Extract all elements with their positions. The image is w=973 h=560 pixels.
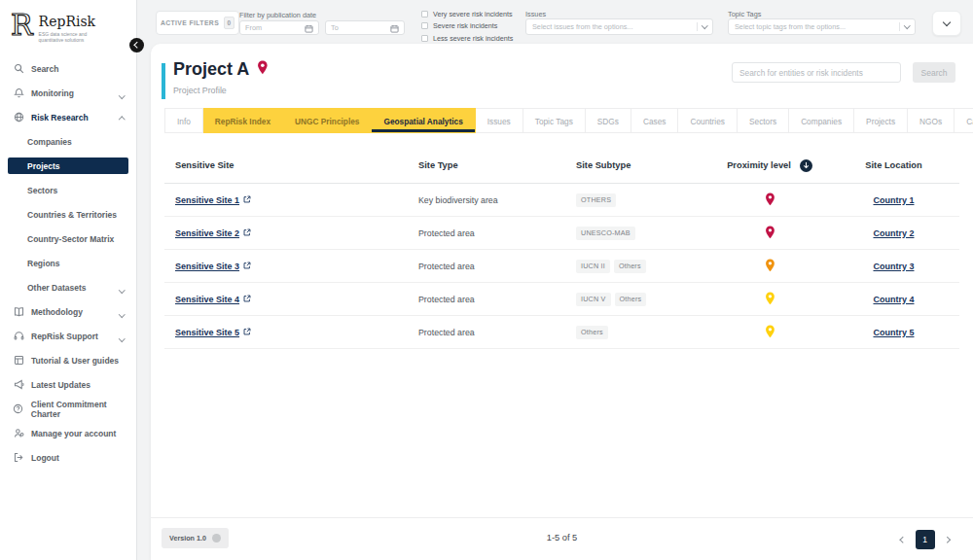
country-link[interactable]: Country 4 [873,295,914,304]
sidebar-collapse-button[interactable] [129,38,144,52]
sidebar-item-country-sector-matrix[interactable]: Country-Sector Matrix [0,227,136,251]
calendar-icon[interactable] [305,19,313,37]
pagination-range-text: 1-5 of 5 [151,533,973,542]
sidebar-item-label: RepRisk Support [31,332,98,341]
sidebar-item-label: Risk Research [31,113,89,122]
subtype-chips: UNESCO-MAB [576,227,635,240]
cell-sensitive-site: Sensitive Site 3 [164,262,408,271]
sidebar-item-label: Country-Sector Matrix [27,234,114,244]
sidebar-item-label: Sectors [27,186,57,195]
sidebar-item-logout[interactable]: Logout [0,445,136,470]
tab-ungc-principles[interactable]: UNGC Principles [283,108,372,133]
tab-countries[interactable]: Countries [678,108,738,133]
previous-page-button[interactable] [901,538,906,542]
sidebar-item-latest-updates[interactable]: Latest Updates [0,372,136,397]
tab-projects[interactable]: Projects [854,108,908,133]
sidebar-item-methodology[interactable]: Methodology [0,299,136,324]
sidebar-item-companies[interactable]: Companies [0,129,136,154]
sidebar-item-client-commitment-charter[interactable]: Client Commitment Charter [0,397,136,421]
chevron-left-icon [900,537,906,542]
filter-bar: ACTIVE FILTERS 0 Filter by publication d… [138,0,973,44]
entity-search-field[interactable] [732,62,901,83]
proximity-pin-icon [765,192,775,208]
column-header-label: Sensitive Site [175,160,234,170]
country-link[interactable]: Country 2 [873,228,914,238]
sidebar-item-sectors[interactable]: Sectors [0,178,136,202]
sidebar-item-projects[interactable]: Projects [8,158,128,174]
topic-tags-select[interactable]: Select topic tags from the options... [728,18,916,35]
tab-sectors[interactable]: Sectors [738,108,789,133]
sidebar-nav: SearchMonitoringRisk ResearchCompaniesPr… [0,56,136,470]
severity-checkbox-row: Very severe risk incidents [421,10,513,18]
chevron-down-icon [702,22,707,28]
site-type-text: Key biodiversity area [418,195,498,205]
sensitive-site-link[interactable]: Sensitive Site 2 [175,228,251,238]
sensitive-site-link[interactable]: Sensitive Site 3 [175,262,251,271]
date-to-input[interactable] [331,23,381,32]
cell-site-subtype: IUCN VOthers [565,293,711,306]
subtype-chips: IUCN IIOthers [576,260,646,273]
sidebar-item-monitoring[interactable]: Monitoring [0,81,136,105]
next-page-button[interactable] [945,538,950,542]
sidebar-item-other-datasets[interactable]: Other Datasets [0,275,136,299]
tab-issues[interactable]: Issues [476,108,523,133]
date-to-field[interactable] [325,20,405,35]
checkbox-very-severe-risk-incidents[interactable] [421,11,428,18]
cell-site-location: Country 4 [828,295,959,304]
tab-sdgs[interactable]: SDGs [586,108,631,133]
sidebar-item-label: Tutorial & User guides [31,356,119,366]
cell-proximity-level [711,325,828,340]
tab-topic-tags[interactable]: Topic Tags [523,108,586,133]
sort-descending-icon[interactable] [800,159,812,172]
checkbox-label: Very severe risk incidents [433,10,513,18]
sidebar-item-manage-your-account[interactable]: Manage your account [0,421,136,445]
country-link[interactable]: Country 1 [873,195,914,205]
table-body: Sensitive Site 1Key biodiversity areaOTH… [164,184,959,349]
filter-bar-collapse-button[interactable] [932,11,961,36]
column-header-proximity-level[interactable]: Proximity level [711,159,828,172]
tab-campaigns[interactable]: Campaigns [955,108,973,133]
proximity-pin-icon [765,292,775,307]
panel-footer: Version 1.0 1-5 of 5 1 [151,517,973,560]
tab-info[interactable]: Info [164,108,203,133]
sensitive-site-link[interactable]: Sensitive Site 5 [175,328,251,337]
country-link[interactable]: Country 3 [873,262,914,271]
tab-cases[interactable]: Cases [631,108,679,133]
proximity-pin-icon [765,259,775,274]
country-link[interactable]: Country 5 [873,328,914,337]
search-icon [13,63,24,75]
tab-reprisk-index[interactable]: RepRisk Index [203,108,283,133]
sidebar-item-risk-research[interactable]: Risk Research [0,105,136,129]
subtype-chip: Others [576,326,608,339]
date-from-input[interactable] [245,23,296,32]
page-number-button[interactable]: 1 [916,530,935,549]
search-button[interactable]: Search [913,62,955,83]
tab-geospatial-analytics[interactable]: Geospatial Analytics [372,108,475,133]
sensitive-site-link[interactable]: Sensitive Site 1 [175,195,251,205]
pagination: 1 [901,530,949,549]
issues-select[interactable]: Select issues from the options... [525,18,713,35]
question-icon [13,403,24,415]
sidebar-item-regions[interactable]: Regions [0,251,136,275]
sidebar-item-label: Regions [27,259,60,268]
table-header-row: Sensitive SiteSite TypeSite SubtypeProxi… [164,148,959,184]
sensitive-site-link[interactable]: Sensitive Site 4 [175,295,251,304]
cell-sensitive-site: Sensitive Site 2 [164,228,408,238]
external-link-icon [243,262,251,271]
sidebar-item-label: Client Commitment Charter [31,400,136,419]
sidebar-item-tutorial-user-guides[interactable]: Tutorial & User guides [0,348,136,372]
calendar-icon[interactable] [390,19,399,37]
sidebar-item-countries-territories[interactable]: Countries & Territories [0,202,136,227]
checkbox-severe-risk-incidents[interactable] [421,22,428,29]
grid-icon [13,355,24,367]
tab-companies[interactable]: Companies [789,108,854,133]
sidebar-item-search[interactable]: Search [0,56,136,81]
site-type-text: Protected area [418,262,475,271]
tab-ngos[interactable]: NGOs [908,108,955,133]
topic-tags-label: Topic Tags [728,10,761,18]
active-filters-button[interactable]: ACTIVE FILTERS 0 [156,11,239,35]
sidebar-item-reprisk-support[interactable]: RepRisk Support [0,324,136,348]
entity-search-input[interactable] [739,68,893,78]
date-from-field[interactable] [239,20,319,35]
checkbox-less-severe-risk-incidents[interactable] [421,35,428,42]
